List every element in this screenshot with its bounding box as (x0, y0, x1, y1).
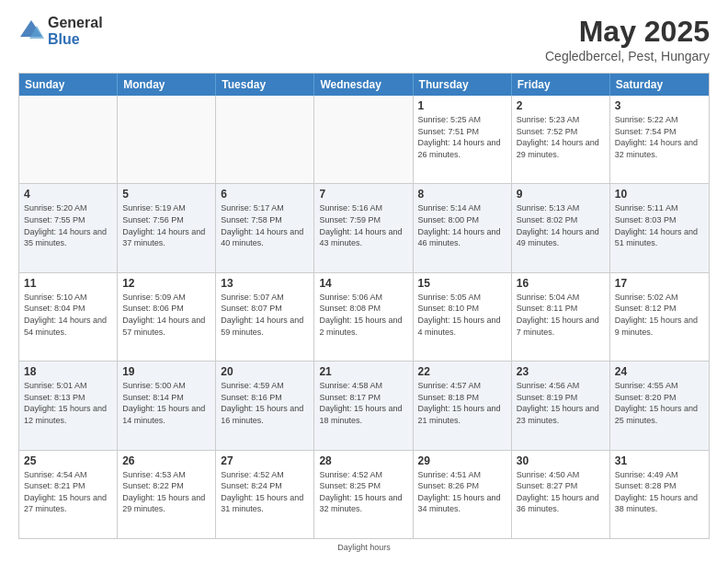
day-info: Sunrise: 4:52 AM Sunset: 8:25 PM Dayligh… (319, 469, 407, 515)
day-of-week-wednesday: Wednesday (314, 74, 413, 96)
empty-cell (314, 96, 413, 183)
footer-note: Daylight hours (18, 543, 710, 552)
day-info: Sunrise: 4:56 AM Sunset: 8:19 PM Dayligh… (517, 380, 605, 426)
day-cell-16: 16Sunrise: 5:04 AM Sunset: 8:11 PM Dayli… (512, 273, 610, 361)
day-cell-20: 20Sunrise: 4:59 AM Sunset: 8:16 PM Dayli… (216, 362, 314, 449)
day-info: Sunrise: 4:50 AM Sunset: 8:27 PM Dayligh… (517, 469, 605, 515)
day-info: Sunrise: 4:55 AM Sunset: 8:20 PM Dayligh… (615, 380, 704, 426)
logo-blue-text: Blue (48, 31, 103, 48)
day-cell-4: 4Sunrise: 5:20 AM Sunset: 7:55 PM Daylig… (19, 184, 118, 271)
day-info: Sunrise: 5:10 AM Sunset: 8:04 PM Dayligh… (24, 292, 112, 338)
day-number: 26 (122, 454, 210, 467)
day-cell-30: 30Sunrise: 4:50 AM Sunset: 8:27 PM Dayli… (512, 451, 610, 538)
empty-cell (216, 96, 314, 183)
day-number: 4 (24, 188, 112, 201)
header-right: May 2025 Cegledbercel, Pest, Hungary (545, 15, 710, 63)
day-number: 30 (517, 454, 605, 467)
day-cell-29: 29Sunrise: 4:51 AM Sunset: 8:26 PM Dayli… (414, 451, 512, 538)
day-cell-19: 19Sunrise: 5:00 AM Sunset: 8:14 PM Dayli… (118, 362, 216, 449)
day-cell-27: 27Sunrise: 4:52 AM Sunset: 8:24 PM Dayli… (216, 451, 314, 538)
page-title: May 2025 (545, 15, 710, 49)
day-cell-24: 24Sunrise: 4:55 AM Sunset: 8:20 PM Dayli… (610, 362, 709, 449)
day-number: 5 (122, 188, 210, 201)
day-cell-22: 22Sunrise: 4:57 AM Sunset: 8:18 PM Dayli… (414, 362, 512, 449)
calendar-week-4: 18Sunrise: 5:01 AM Sunset: 8:13 PM Dayli… (19, 362, 709, 450)
day-cell-21: 21Sunrise: 4:58 AM Sunset: 8:17 PM Dayli… (314, 362, 413, 449)
day-number: 2 (517, 99, 605, 112)
calendar-week-1: 1Sunrise: 5:25 AM Sunset: 7:51 PM Daylig… (19, 96, 709, 184)
logo: General Blue (18, 15, 103, 47)
day-of-week-monday: Monday (118, 74, 216, 96)
day-cell-14: 14Sunrise: 5:06 AM Sunset: 8:08 PM Dayli… (314, 273, 413, 361)
day-cell-1: 1Sunrise: 5:25 AM Sunset: 7:51 PM Daylig… (414, 96, 512, 183)
day-number: 21 (319, 365, 407, 378)
day-info: Sunrise: 4:53 AM Sunset: 8:22 PM Dayligh… (122, 469, 210, 515)
day-cell-5: 5Sunrise: 5:19 AM Sunset: 7:56 PM Daylig… (118, 184, 216, 271)
day-info: Sunrise: 5:14 AM Sunset: 8:00 PM Dayligh… (418, 202, 506, 248)
day-cell-15: 15Sunrise: 5:05 AM Sunset: 8:10 PM Dayli… (414, 273, 512, 361)
day-info: Sunrise: 5:09 AM Sunset: 8:06 PM Dayligh… (122, 292, 210, 338)
calendar-header: SundayMondayTuesdayWednesdayThursdayFrid… (19, 74, 709, 96)
daylight-label: Daylight hours (337, 543, 391, 552)
day-info: Sunrise: 5:13 AM Sunset: 8:02 PM Dayligh… (517, 202, 605, 248)
day-info: Sunrise: 5:01 AM Sunset: 8:13 PM Dayligh… (24, 380, 112, 426)
day-info: Sunrise: 4:49 AM Sunset: 8:28 PM Dayligh… (615, 469, 704, 515)
day-number: 11 (24, 277, 112, 290)
day-number: 15 (418, 277, 506, 290)
calendar-week-2: 4Sunrise: 5:20 AM Sunset: 7:55 PM Daylig… (19, 184, 709, 272)
day-number: 6 (221, 188, 309, 201)
empty-cell (19, 96, 118, 183)
day-number: 20 (221, 365, 309, 378)
day-number: 17 (615, 277, 704, 290)
day-cell-31: 31Sunrise: 4:49 AM Sunset: 8:28 PM Dayli… (610, 451, 709, 538)
day-cell-11: 11Sunrise: 5:10 AM Sunset: 8:04 PM Dayli… (19, 273, 118, 361)
day-number: 23 (517, 365, 605, 378)
day-info: Sunrise: 5:06 AM Sunset: 8:08 PM Dayligh… (319, 292, 407, 338)
day-info: Sunrise: 5:02 AM Sunset: 8:12 PM Dayligh… (615, 292, 704, 338)
day-info: Sunrise: 4:58 AM Sunset: 8:17 PM Dayligh… (319, 380, 407, 426)
empty-cell (118, 96, 216, 183)
day-info: Sunrise: 4:54 AM Sunset: 8:21 PM Dayligh… (24, 469, 112, 515)
day-number: 7 (319, 188, 407, 201)
day-info: Sunrise: 5:07 AM Sunset: 8:07 PM Dayligh… (221, 292, 309, 338)
day-cell-12: 12Sunrise: 5:09 AM Sunset: 8:06 PM Dayli… (118, 273, 216, 361)
calendar-week-5: 25Sunrise: 4:54 AM Sunset: 8:21 PM Dayli… (19, 451, 709, 538)
day-number: 1 (418, 99, 506, 112)
logo-general-text: General (48, 15, 103, 31)
calendar-week-3: 11Sunrise: 5:10 AM Sunset: 8:04 PM Dayli… (19, 273, 709, 362)
day-info: Sunrise: 5:20 AM Sunset: 7:55 PM Dayligh… (24, 202, 112, 248)
calendar-body: 1Sunrise: 5:25 AM Sunset: 7:51 PM Daylig… (19, 96, 709, 538)
day-info: Sunrise: 5:23 AM Sunset: 7:52 PM Dayligh… (517, 114, 605, 160)
day-info: Sunrise: 5:16 AM Sunset: 7:59 PM Dayligh… (319, 202, 407, 248)
header: General Blue May 2025 Cegledbercel, Pest… (18, 15, 710, 63)
day-number: 18 (24, 365, 112, 378)
day-info: Sunrise: 5:25 AM Sunset: 7:51 PM Dayligh… (418, 114, 506, 160)
logo-icon (18, 18, 44, 44)
day-info: Sunrise: 4:57 AM Sunset: 8:18 PM Dayligh… (418, 380, 506, 426)
day-number: 9 (517, 188, 605, 201)
day-cell-3: 3Sunrise: 5:22 AM Sunset: 7:54 PM Daylig… (610, 96, 709, 183)
day-info: Sunrise: 4:59 AM Sunset: 8:16 PM Dayligh… (221, 380, 309, 426)
day-number: 19 (122, 365, 210, 378)
day-number: 3 (615, 99, 704, 112)
day-cell-17: 17Sunrise: 5:02 AM Sunset: 8:12 PM Dayli… (610, 273, 709, 361)
day-info: Sunrise: 5:00 AM Sunset: 8:14 PM Dayligh… (122, 380, 210, 426)
day-info: Sunrise: 5:22 AM Sunset: 7:54 PM Dayligh… (615, 114, 704, 160)
day-cell-8: 8Sunrise: 5:14 AM Sunset: 8:00 PM Daylig… (414, 184, 512, 271)
day-number: 24 (615, 365, 704, 378)
day-number: 12 (122, 277, 210, 290)
day-cell-28: 28Sunrise: 4:52 AM Sunset: 8:25 PM Dayli… (314, 451, 413, 538)
page-subtitle: Cegledbercel, Pest, Hungary (545, 49, 710, 63)
day-number: 14 (319, 277, 407, 290)
day-info: Sunrise: 4:52 AM Sunset: 8:24 PM Dayligh… (221, 469, 309, 515)
day-number: 16 (517, 277, 605, 290)
day-of-week-thursday: Thursday (414, 74, 512, 96)
day-number: 27 (221, 454, 309, 467)
day-cell-10: 10Sunrise: 5:11 AM Sunset: 8:03 PM Dayli… (610, 184, 709, 271)
day-cell-25: 25Sunrise: 4:54 AM Sunset: 8:21 PM Dayli… (19, 451, 118, 538)
day-info: Sunrise: 4:51 AM Sunset: 8:26 PM Dayligh… (418, 469, 506, 515)
day-number: 28 (319, 454, 407, 467)
day-cell-26: 26Sunrise: 4:53 AM Sunset: 8:22 PM Dayli… (118, 451, 216, 538)
day-number: 29 (418, 454, 506, 467)
day-cell-9: 9Sunrise: 5:13 AM Sunset: 8:02 PM Daylig… (512, 184, 610, 271)
